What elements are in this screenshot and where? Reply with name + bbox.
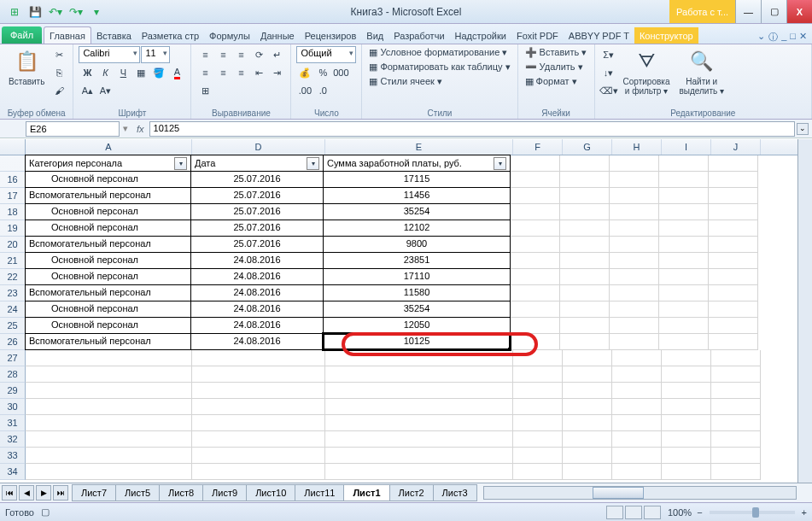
cell[interactable]: [325, 366, 513, 383]
cell[interactable]: [659, 334, 709, 350]
cell[interactable]: [709, 188, 758, 204]
cell[interactable]: [612, 431, 662, 448]
cell[interactable]: [610, 285, 659, 301]
cell[interactable]: [711, 415, 761, 431]
cell[interactable]: [711, 366, 761, 383]
cell[interactable]: [192, 399, 325, 415]
col-head-H[interactable]: H: [612, 139, 662, 155]
shrink-font-icon[interactable]: A▾: [96, 82, 114, 99]
format-cells-button[interactable]: ▦Формат ▾: [523, 75, 579, 88]
row-head-21[interactable]: 21: [0, 253, 26, 269]
number-format-combo[interactable]: Общий: [296, 46, 356, 63]
cell[interactable]: [325, 350, 513, 366]
cell[interactable]: [26, 366, 192, 383]
cell[interactable]: [325, 464, 513, 480]
cell[interactable]: [610, 172, 659, 188]
cell[interactable]: [26, 431, 192, 448]
workbook-min-icon[interactable]: _: [781, 31, 786, 44]
bold-button[interactable]: Ж: [79, 64, 96, 81]
cell[interactable]: [560, 220, 610, 237]
cell[interactable]: [511, 237, 560, 253]
row-head-26[interactable]: 26: [0, 334, 26, 350]
indent-inc-icon[interactable]: ⇥: [268, 64, 285, 81]
vertical-scrollbar[interactable]: [797, 139, 812, 483]
cell[interactable]: [511, 172, 560, 188]
cell[interactable]: [560, 188, 610, 204]
cell[interactable]: [662, 399, 711, 415]
comma-icon[interactable]: 000: [332, 64, 349, 81]
cell[interactable]: [26, 415, 192, 431]
table-header-E[interactable]: Сумма заработной платы, руб.▾: [323, 155, 511, 172]
fill-color-button[interactable]: 🪣: [150, 64, 167, 81]
cell[interactable]: [511, 285, 560, 301]
cells-area[interactable]: Категория персонала▾Дата▾Сумма заработно…: [26, 155, 812, 480]
cell[interactable]: [612, 350, 662, 366]
filter-button-A[interactable]: ▾: [174, 157, 187, 170]
border-button[interactable]: ▦: [132, 64, 149, 81]
zoom-slider[interactable]: [710, 511, 795, 514]
row-head-17[interactable]: 17: [0, 188, 26, 204]
delete-cells-button[interactable]: ➖Удалить ▾: [523, 61, 585, 73]
cell[interactable]: 24.08.2016: [190, 317, 324, 334]
insert-cells-button[interactable]: ➕Вставить ▾: [523, 46, 589, 59]
sheet-nav-next-icon[interactable]: ▶: [36, 485, 51, 501]
cell[interactable]: 25.07.2016: [190, 220, 324, 237]
autosum-icon[interactable]: Σ▾: [600, 46, 617, 63]
cell[interactable]: [560, 285, 610, 301]
currency-icon[interactable]: 💰: [296, 64, 313, 81]
cut-icon[interactable]: ✂: [50, 46, 67, 63]
cell[interactable]: [26, 350, 192, 366]
sheet-tab-Лист1[interactable]: Лист1: [343, 484, 389, 501]
name-box[interactable]: E26: [26, 121, 120, 137]
filter-button-D[interactable]: ▾: [307, 157, 319, 170]
cell[interactable]: [711, 350, 761, 366]
format-painter-icon[interactable]: 🖌: [50, 82, 67, 99]
horizontal-scrollbar[interactable]: [483, 486, 797, 500]
cell[interactable]: [560, 155, 610, 172]
minimize-button[interactable]: —: [735, 0, 761, 23]
row-head-16[interactable]: 16: [0, 172, 26, 188]
cell[interactable]: Основной персонал: [25, 171, 191, 188]
cell[interactable]: [709, 220, 758, 237]
table-header-D[interactable]: Дата▾: [190, 155, 324, 172]
font-name-combo[interactable]: Calibri: [79, 46, 140, 63]
cell[interactable]: [513, 366, 563, 383]
cell[interactable]: [325, 431, 513, 448]
cell[interactable]: [662, 448, 711, 464]
undo-icon[interactable]: ↶▾: [46, 3, 65, 20]
row-head-32[interactable]: 32: [0, 431, 26, 448]
cell[interactable]: [513, 431, 563, 448]
row-head-33[interactable]: 33: [0, 448, 26, 464]
workbook-restore-icon[interactable]: □: [790, 31, 796, 44]
cell[interactable]: 24.08.2016: [190, 301, 324, 318]
decrease-decimal-icon[interactable]: .0: [314, 82, 331, 99]
cell[interactable]: [709, 269, 758, 285]
align-top-icon[interactable]: ≡: [196, 46, 213, 63]
cell[interactable]: [511, 269, 560, 285]
sheet-tab-Лист8[interactable]: Лист8: [159, 484, 203, 501]
cell[interactable]: [325, 448, 513, 464]
sheet-nav-last-icon[interactable]: ⏭: [53, 485, 68, 501]
cell[interactable]: [662, 383, 711, 399]
qat-more-icon[interactable]: ▾: [87, 3, 106, 20]
page-break-view-button[interactable]: [644, 506, 661, 519]
workbook-close-icon[interactable]: ✕: [799, 31, 807, 44]
cell[interactable]: 25.07.2016: [190, 203, 324, 220]
cell[interactable]: [610, 220, 659, 237]
copy-icon[interactable]: ⎘: [50, 64, 67, 81]
percent-icon[interactable]: %: [314, 64, 331, 81]
fill-icon[interactable]: ↓▾: [600, 64, 617, 81]
cell[interactable]: [709, 155, 758, 172]
row-head-29[interactable]: 29: [0, 383, 26, 399]
cell[interactable]: [711, 383, 761, 399]
cell[interactable]: 12050: [323, 317, 511, 334]
row-head-24[interactable]: 24: [0, 301, 26, 318]
cell[interactable]: [192, 448, 325, 464]
indent-dec-icon[interactable]: ⇤: [250, 64, 267, 81]
cell[interactable]: 35254: [323, 203, 511, 220]
cell[interactable]: [513, 383, 563, 399]
cell[interactable]: [711, 464, 761, 480]
cell[interactable]: [709, 237, 758, 253]
cell[interactable]: [563, 415, 612, 431]
cell[interactable]: [659, 155, 709, 172]
